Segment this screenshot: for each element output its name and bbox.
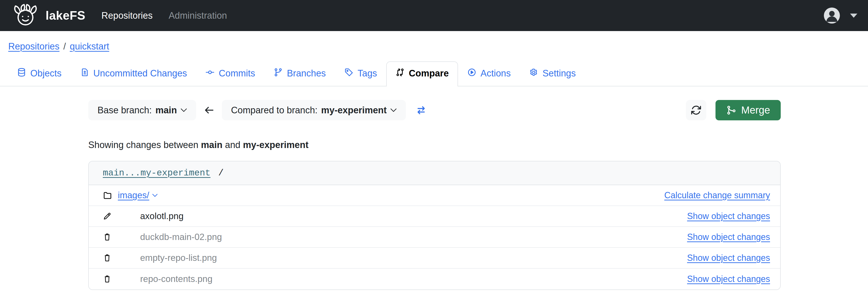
chevron-down-icon bbox=[390, 108, 397, 112]
file-diff-icon bbox=[80, 68, 89, 79]
tab-settings[interactable]: Settings bbox=[520, 61, 585, 86]
diff-card-header: main...my-experiment / bbox=[89, 161, 780, 185]
trash-icon bbox=[103, 254, 115, 262]
refresh-icon bbox=[690, 105, 702, 116]
user-avatar-icon bbox=[824, 7, 840, 24]
diff-row: repo-contents.png Show object changes bbox=[89, 269, 780, 290]
folder-icon bbox=[103, 191, 115, 200]
repo-tabs: Objects Uncommitted Changes Commits bbox=[0, 61, 868, 86]
user-menu-toggle[interactable] bbox=[824, 7, 857, 24]
diff-row: duckdb-main-02.png Show object changes bbox=[89, 227, 780, 248]
show-object-changes-link[interactable]: Show object changes bbox=[687, 211, 770, 221]
file-name: repo-contents.png bbox=[140, 274, 212, 284]
tab-objects[interactable]: Objects bbox=[8, 61, 71, 86]
pencil-icon bbox=[103, 212, 115, 220]
nav-item-repositories[interactable]: Repositories bbox=[101, 10, 153, 21]
branch-icon bbox=[274, 68, 283, 79]
caret-down-icon bbox=[850, 13, 857, 18]
show-object-changes-link[interactable]: Show object changes bbox=[687, 253, 770, 263]
refresh-button[interactable] bbox=[686, 100, 706, 120]
top-navbar: lakeFS Repositories Administration bbox=[0, 0, 868, 31]
breadcrumb-quickstart[interactable]: quickstart bbox=[70, 41, 110, 52]
diff-row: empty-repo-list.png Show object changes bbox=[89, 248, 780, 269]
tab-actions[interactable]: Actions bbox=[458, 61, 520, 86]
path-suffix: / bbox=[218, 168, 223, 178]
breadcrumb-repositories[interactable]: Repositories bbox=[8, 41, 59, 52]
trash-icon bbox=[103, 233, 115, 241]
chevron-down-icon[interactable] bbox=[152, 194, 158, 197]
arrow-left-icon bbox=[204, 106, 215, 115]
calculate-change-summary-link[interactable]: Calculate change summary bbox=[664, 190, 770, 201]
diff-row: axolotl.png Show object changes bbox=[89, 206, 780, 227]
merge-button[interactable]: Merge bbox=[715, 100, 781, 120]
brand-home-link[interactable]: lakeFS bbox=[11, 4, 85, 27]
compared-branch-dropdown[interactable]: Compared to branch: my-experiment bbox=[222, 100, 406, 120]
chevron-down-icon bbox=[181, 108, 187, 112]
compare-controls: Base branch: main Compared to branch: my… bbox=[88, 100, 781, 120]
diff-card: main...my-experiment / images/ Calculate… bbox=[88, 161, 781, 290]
show-object-changes-link[interactable]: Show object changes bbox=[687, 274, 770, 284]
ref-range-link[interactable]: main...my-experiment bbox=[103, 168, 211, 178]
gear-icon bbox=[529, 68, 538, 79]
breadcrumb: Repositories / quickstart bbox=[8, 41, 868, 52]
tab-uncommitted-changes[interactable]: Uncommitted Changes bbox=[71, 61, 196, 86]
brand-title: lakeFS bbox=[45, 8, 85, 23]
folder-link[interactable]: images/ bbox=[118, 190, 149, 201]
tag-icon bbox=[344, 68, 353, 79]
breadcrumb-separator: / bbox=[63, 41, 66, 52]
file-name: duckdb-main-02.png bbox=[140, 232, 222, 242]
main-nav: Repositories Administration bbox=[101, 10, 227, 21]
database-icon bbox=[17, 68, 26, 79]
tab-compare[interactable]: Compare bbox=[386, 61, 458, 86]
tab-branches[interactable]: Branches bbox=[264, 61, 335, 86]
file-name: empty-repo-list.png bbox=[140, 253, 217, 263]
nav-item-administration[interactable]: Administration bbox=[168, 10, 227, 21]
trash-icon bbox=[103, 275, 115, 284]
axolotl-logo bbox=[11, 4, 40, 27]
commit-icon bbox=[205, 68, 215, 79]
base-branch-dropdown[interactable]: Base branch: main bbox=[88, 100, 196, 120]
tab-tags[interactable]: Tags bbox=[335, 61, 386, 86]
swap-arrows-icon[interactable] bbox=[414, 105, 428, 116]
show-object-changes-link[interactable]: Show object changes bbox=[687, 232, 770, 242]
play-circle-icon bbox=[467, 68, 476, 79]
tab-commits[interactable]: Commits bbox=[196, 61, 264, 86]
file-name: axolotl.png bbox=[140, 211, 184, 221]
folder-row: images/ Calculate change summary bbox=[89, 185, 780, 206]
changes-summary-text: Showing changes between main and my-expe… bbox=[88, 140, 781, 150]
compare-icon bbox=[396, 68, 405, 79]
git-merge-icon bbox=[726, 105, 736, 115]
